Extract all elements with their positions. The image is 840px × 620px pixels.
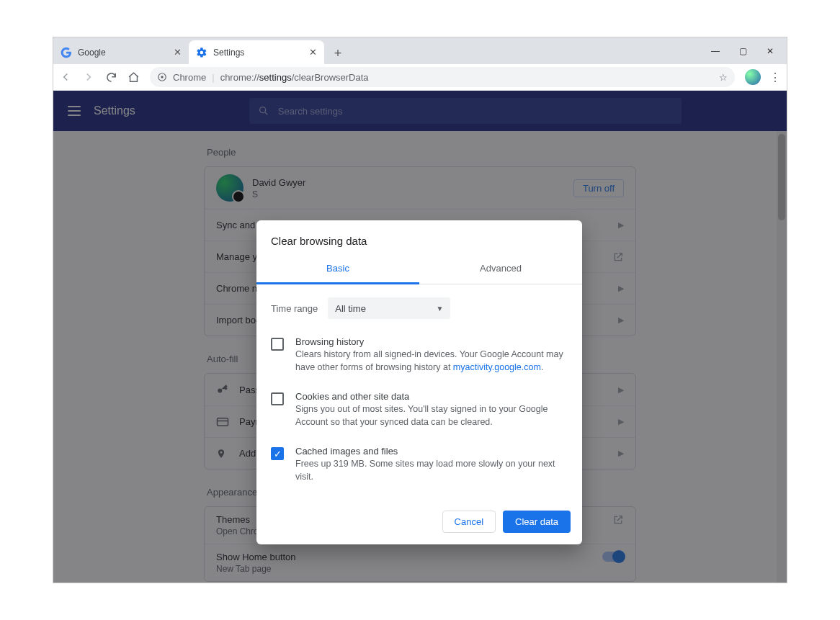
minimize-button[interactable]: —	[703, 41, 728, 61]
omnibox-chrome-label: Chrome	[173, 72, 206, 83]
tab-advanced[interactable]: Advanced	[419, 254, 582, 284]
myactivity-link[interactable]: myactivity.google.com	[453, 362, 541, 372]
back-icon[interactable]	[59, 71, 72, 84]
google-favicon	[61, 47, 72, 58]
close-icon[interactable]: ✕	[174, 47, 182, 58]
svg-point-1	[161, 76, 164, 78]
close-icon[interactable]: ✕	[309, 47, 317, 58]
opt-history-title: Browsing history	[295, 336, 568, 347]
tab-strip: Google ✕ Settings ✕ + — ▢ ✕	[53, 37, 787, 64]
tab-indicator	[256, 282, 419, 284]
profile-avatar[interactable]	[745, 69, 761, 85]
opt-cache-desc: Frees up 319 MB. Some sites may load mor…	[295, 458, 568, 483]
option-browsing-history[interactable]: Browsing history Clears history from all…	[271, 332, 568, 387]
site-icon	[157, 72, 167, 82]
home-icon[interactable]	[128, 71, 140, 84]
opt-cache-title: Cached images and files	[295, 446, 568, 457]
reload-icon[interactable]	[105, 71, 117, 84]
tab-settings[interactable]: Settings ✕	[189, 40, 324, 64]
new-tab-button[interactable]: +	[327, 42, 349, 64]
checkbox-browsing-history[interactable]	[271, 338, 284, 351]
clear-browsing-data-modal: Clear browsing data Basic Advanced Time …	[256, 220, 582, 544]
close-window-button[interactable]: ✕	[758, 41, 782, 61]
modal-tabs: Basic Advanced	[256, 254, 582, 284]
omnibox-url: chrome://settings/clearBrowserData	[220, 72, 369, 83]
tab-settings-label: Settings	[213, 48, 244, 58]
tab-google-label: Google	[78, 48, 106, 58]
browser-window: Google ✕ Settings ✕ + — ▢ ✕ Chrome |	[53, 37, 787, 583]
tab-basic[interactable]: Basic	[256, 254, 419, 284]
tab-google[interactable]: Google ✕	[53, 40, 189, 64]
address-bar[interactable]: Chrome | chrome://settings/clearBrowserD…	[150, 67, 735, 87]
clear-data-button[interactable]: Clear data	[503, 511, 571, 533]
gear-favicon	[196, 47, 207, 58]
opt-cookies-title: Cookies and other site data	[295, 391, 568, 402]
chevron-down-icon: ▼	[436, 305, 443, 313]
forward-icon[interactable]	[82, 71, 95, 84]
cancel-button[interactable]: Cancel	[442, 511, 496, 533]
maximize-button[interactable]: ▢	[730, 41, 755, 61]
bookmark-star-icon[interactable]: ☆	[719, 72, 728, 83]
opt-cookies-desc: Signs you out of most sites. You'll stay…	[295, 403, 568, 428]
url-toolbar: Chrome | chrome://settings/clearBrowserD…	[53, 64, 787, 91]
time-range-label: Time range	[271, 303, 318, 314]
kebab-menu-icon[interactable]: ⋮	[769, 71, 781, 84]
time-range-value: All time	[335, 303, 366, 314]
checkbox-cache[interactable]: ✓	[271, 447, 284, 460]
option-cookies[interactable]: Cookies and other site data Signs you ou…	[271, 387, 568, 441]
opt-history-desc: Clears history from all signed-in device…	[295, 349, 568, 374]
window-controls: — ▢ ✕	[703, 37, 782, 64]
content-area: Settings Search settings People David Gw…	[53, 91, 787, 583]
modal-title: Clear browsing data	[256, 220, 582, 254]
checkbox-cookies[interactable]	[271, 392, 284, 405]
time-range-select[interactable]: All time ▼	[328, 297, 450, 319]
option-cache[interactable]: ✓ Cached images and files Frees up 319 M…	[271, 441, 568, 496]
omnibox-separator: |	[212, 72, 214, 83]
